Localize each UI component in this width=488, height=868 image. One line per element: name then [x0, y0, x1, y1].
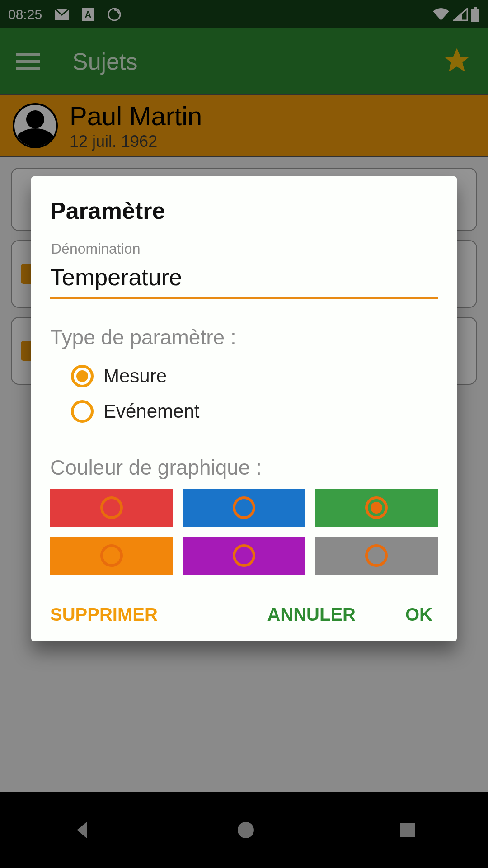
color-purple[interactable] — [183, 537, 305, 575]
radio-icon — [100, 544, 123, 567]
color-grid — [50, 489, 438, 575]
color-green[interactable] — [315, 489, 438, 527]
dialog-title: Paramètre — [50, 197, 438, 224]
radio-event[interactable]: Evénement — [50, 394, 438, 429]
radio-icon — [365, 544, 388, 567]
radio-icon — [233, 496, 255, 519]
radio-icon — [71, 365, 94, 387]
color-blue[interactable] — [183, 489, 305, 527]
name-label: Dénomination — [50, 241, 438, 257]
radio-label: Mesure — [103, 365, 167, 387]
radio-label: Evénement — [103, 401, 199, 422]
color-orange[interactable] — [50, 537, 173, 575]
color-red[interactable] — [50, 489, 173, 527]
radio-icon — [365, 496, 388, 519]
color-label: Couleur de graphique : — [50, 455, 438, 480]
radio-icon — [100, 496, 123, 519]
dialog-actions: SUPPRIMER ANNULER OK — [50, 604, 438, 625]
type-label: Type de paramètre : — [50, 325, 438, 349]
delete-button[interactable]: SUPPRIMER — [50, 604, 158, 625]
radio-measure[interactable]: Mesure — [50, 359, 438, 394]
radio-icon — [71, 400, 94, 423]
name-input[interactable] — [50, 260, 438, 299]
color-gray[interactable] — [315, 537, 438, 575]
ok-button[interactable]: OK — [405, 604, 432, 625]
parameter-dialog: Paramètre Dénomination Type de paramètre… — [31, 176, 457, 641]
radio-icon — [233, 544, 255, 567]
cancel-button[interactable]: ANNULER — [267, 604, 356, 625]
